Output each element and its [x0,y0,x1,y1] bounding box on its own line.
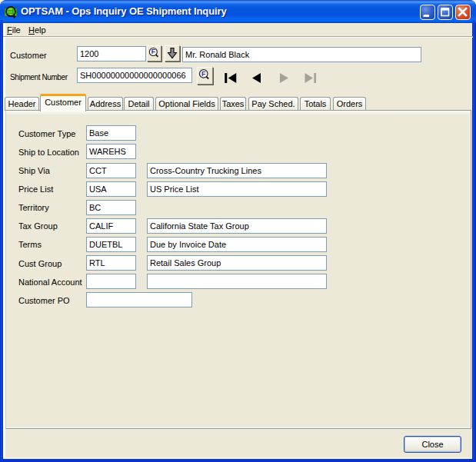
svg-text:F: F [151,48,155,55]
svg-text:F: F [201,69,206,77]
